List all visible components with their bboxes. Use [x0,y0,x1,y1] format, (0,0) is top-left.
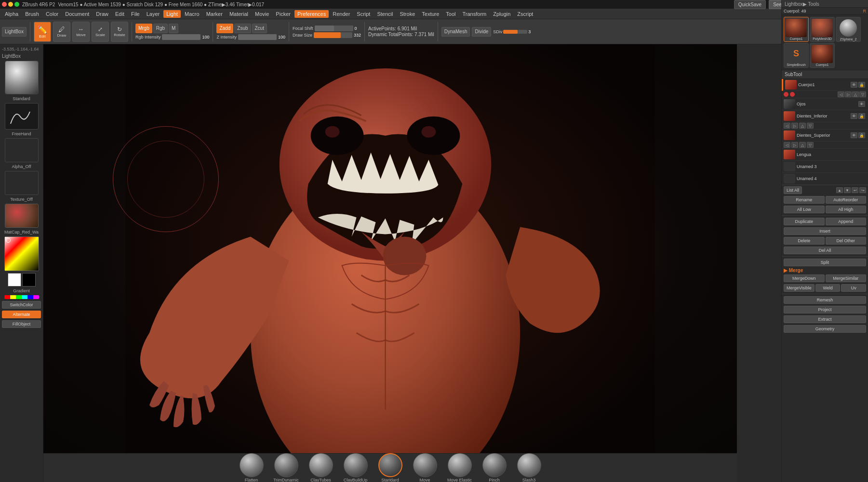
menu-movie[interactable]: Movie [252,10,272,18]
fill-object-button[interactable]: FillObject [2,320,41,328]
subtool-dientes-superior[interactable]: Dientes_Superior 👁 🔒 [782,130,868,142]
subtool-ojos[interactable]: Ojos 👁 [782,98,868,110]
split-button[interactable]: Split [784,259,866,266]
subtool-action-1[interactable]: ◁ [838,91,844,97]
menu-light[interactable]: Light [163,10,181,18]
di-toggle-2[interactable]: ▷ [791,123,798,129]
di-toggle-4[interactable]: ▽ [807,123,814,129]
menu-transform[interactable]: Transform [460,10,490,18]
rgb-intensity-slider[interactable] [162,34,200,40]
brush-move[interactable]: Move [409,453,441,482]
subtool-unamed3[interactable]: Unamed 3 [782,161,868,173]
del-other-button[interactable]: Del Other [826,237,867,245]
delete-button[interactable]: Delete [784,237,825,245]
menu-draw[interactable]: Draw [93,10,111,18]
menu-file[interactable]: File [128,10,143,18]
subtool-action-2[interactable]: ▷ [845,91,852,97]
autoreorder-button[interactable]: AutoReorder [826,196,867,204]
brush-pinch[interactable]: Pinch [478,453,511,482]
quicksave-button[interactable]: QuickSave [734,0,766,9]
brush-trimdynamic[interactable]: TrimDynamic [270,453,303,482]
focal-shift-slider[interactable] [315,26,353,31]
geometry-button[interactable]: Geometry [784,325,866,333]
menu-tool[interactable]: Tool [443,10,458,18]
menu-render[interactable]: Render [330,10,353,18]
ds-toggle-1[interactable]: ◁ [784,142,790,148]
lock-toggle-dientes-superior[interactable]: 🔒 [858,132,865,138]
matcap-preview[interactable] [5,204,39,228]
brush-claytubes[interactable]: ClayTubes [305,453,337,482]
duplicate-button[interactable]: Duplicate [784,218,825,225]
ds-toggle-2[interactable]: ▷ [791,142,798,148]
brush-flatten[interactable]: Flatten [235,453,268,482]
eye-toggle-ojos[interactable]: 👁 [858,101,865,107]
divide-button[interactable]: Divide [472,27,491,37]
lock-toggle-dientes-inferior[interactable]: 🔒 [858,113,865,119]
rgb-button[interactable]: Rgb [153,24,168,33]
list-right-btn[interactable]: ↪ [859,187,866,193]
menu-zscript[interactable]: Zscript [514,10,536,18]
color-strip[interactable] [4,295,39,299]
scale-button[interactable]: ⤢ Scale [92,22,109,42]
subtool-dientes-inferior[interactable]: Dientes_Inferior 👁 🔒 [782,110,868,122]
menu-macro[interactable]: Macro [182,10,202,18]
menu-script[interactable]: Script [354,10,373,18]
menu-marker[interactable]: Marker [203,10,226,18]
tool-thumb-cuerpo1[interactable]: Cuerpo1 [784,17,809,42]
move-button[interactable]: ↔ Move [72,22,90,42]
rename-button[interactable]: Rename [784,196,825,204]
subtool-action-3[interactable]: △ [852,91,859,97]
freehand-brush-preview[interactable] [5,103,39,130]
sdiv-slider[interactable] [503,30,527,34]
menu-document[interactable]: Document [62,10,92,18]
all-high-button[interactable]: All High [826,206,867,213]
subtool-lengua[interactable]: Lengua [782,149,868,161]
brush-move-elastic[interactable]: Move Elastic [443,453,476,482]
list-up-btn[interactable]: ▲ [836,187,843,193]
mrgb-button[interactable]: Mrgb [135,24,152,33]
menu-preferences[interactable]: Preferences [294,10,329,18]
main-canvas-area[interactable] [43,44,737,453]
close-icon[interactable] [2,2,7,7]
minimize-icon[interactable] [8,2,13,7]
menu-stroke[interactable]: Stroke [397,10,418,18]
eye-toggle-dientes-inferior[interactable]: 👁 [851,113,857,119]
tool-thumb-zsphere2[interactable]: ZSphere_2 [836,17,861,42]
zcut-button[interactable]: Zcut [252,24,267,33]
ds-toggle-3[interactable]: △ [799,142,806,148]
standard-brush-preview[interactable] [5,61,39,94]
tool-thumb-polymesh3d[interactable]: PolyMesh3D [810,17,835,42]
ds-toggle-4[interactable]: ▽ [807,142,814,148]
tool-thumb-cuerpo1-2[interactable]: Cuerpo1 [810,43,835,68]
menu-zplugin[interactable]: Zplugin [490,10,513,18]
all-low-button[interactable]: All Low [784,206,825,213]
insert-button[interactable]: Insert [784,227,866,235]
append-button[interactable]: Append [826,218,867,225]
subtool-unamed4[interactable]: Unamed 4 [782,173,868,185]
alternate-button[interactable]: Alternate [2,311,41,318]
dynamesh-button[interactable]: DynaMesh [441,27,470,37]
menu-layer[interactable]: Layer [144,10,163,18]
tool-thumb-simplebrush[interactable]: S SimpleBrush [784,43,809,68]
alpha-preview[interactable] [5,138,39,162]
uv-button[interactable]: Uv [841,284,866,292]
maximize-icon[interactable] [14,2,19,7]
expand-arrow[interactable]: ▼ [388,478,392,482]
di-toggle-3[interactable]: △ [799,123,806,129]
lock-toggle-cuerpo1[interactable]: 🔒 [858,82,865,88]
z-intensity-slider[interactable] [238,34,277,40]
edit-button[interactable]: ✏️ Edit [34,22,51,42]
draw-button[interactable]: 🖊 Draw [53,22,70,42]
menu-material[interactable]: Material [227,10,251,18]
switch-color-button[interactable]: SwitchColor [2,301,41,309]
weld-button[interactable]: Weld [815,284,841,292]
draw-size-slider[interactable] [314,32,352,38]
menu-alpha[interactable]: Alpha [2,10,21,18]
menu-edit[interactable]: Edit [112,10,127,18]
zsub-button[interactable]: Zsub [234,24,251,33]
color-picker[interactable] [4,236,39,271]
brush-claybuildup[interactable]: ClayBuildUp [339,453,372,482]
rotate-button[interactable]: ↻ Rotate [111,22,128,42]
texture-preview[interactable] [5,171,39,195]
merge-down-button[interactable]: MergeDown [784,274,825,282]
